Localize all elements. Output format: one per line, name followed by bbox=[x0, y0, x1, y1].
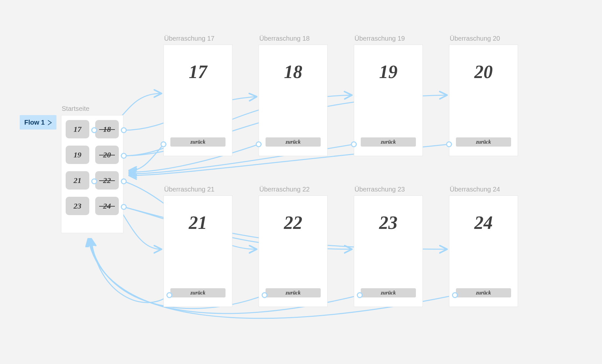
connection-node[interactable] bbox=[121, 127, 127, 133]
start-cell-18[interactable]: 18 bbox=[95, 120, 119, 138]
detail-number: 20 bbox=[449, 61, 518, 82]
connection-node[interactable] bbox=[166, 292, 172, 298]
connection-node[interactable] bbox=[91, 127, 97, 133]
back-button[interactable]: zurück bbox=[266, 137, 321, 147]
start-cell-21[interactable]: 21 bbox=[66, 171, 89, 190]
frame-label: Überraschung 24 bbox=[450, 186, 500, 193]
back-button[interactable]: zurück bbox=[456, 288, 511, 297]
detail-number: 19 bbox=[354, 61, 422, 82]
connection-node[interactable] bbox=[446, 141, 452, 147]
detail-frame-21[interactable]: 21 zurück bbox=[163, 195, 232, 307]
detail-frame-22[interactable]: 22 zurück bbox=[259, 195, 328, 307]
start-cell-19[interactable]: 19 bbox=[66, 146, 89, 164]
detail-number: 24 bbox=[449, 212, 518, 233]
frame-label: Überraschung 23 bbox=[355, 186, 405, 193]
start-cell-24[interactable]: 24 bbox=[95, 197, 119, 215]
flow-badge[interactable]: Flow 1 bbox=[20, 115, 56, 130]
detail-frame-18[interactable]: 18 zurück bbox=[259, 45, 328, 156]
detail-number: 18 bbox=[259, 61, 327, 82]
detail-number: 22 bbox=[259, 212, 327, 233]
frame-label-start: Startseite bbox=[62, 105, 89, 112]
detail-frame-19[interactable]: 19 zurück bbox=[354, 45, 423, 156]
detail-number: 21 bbox=[164, 212, 232, 233]
back-button[interactable]: zurück bbox=[266, 288, 321, 297]
back-button[interactable]: zurück bbox=[361, 288, 416, 297]
detail-number: 23 bbox=[354, 212, 422, 233]
detail-frame-24[interactable]: 24 zurück bbox=[449, 195, 518, 307]
start-cell-17[interactable]: 17 bbox=[66, 120, 89, 138]
back-button[interactable]: zurück bbox=[456, 137, 511, 147]
connection-node[interactable] bbox=[452, 292, 458, 298]
connection-node[interactable] bbox=[121, 153, 127, 159]
back-button[interactable]: zurück bbox=[170, 137, 226, 147]
frame-label: Überraschung 17 bbox=[164, 35, 214, 42]
frame-label: Überraschung 20 bbox=[450, 35, 500, 42]
start-grid: 17 18 19 20 21 22 23 24 bbox=[65, 120, 119, 215]
connection-node[interactable] bbox=[161, 141, 166, 147]
detail-frame-20[interactable]: 20 zurück bbox=[449, 45, 518, 156]
start-cell-22[interactable]: 22 bbox=[95, 171, 119, 190]
back-button[interactable]: zurück bbox=[361, 137, 416, 147]
start-cell-23[interactable]: 23 bbox=[66, 197, 89, 215]
prototype-canvas[interactable]: Flow 1 Startseite 17 18 19 20 21 22 23 2… bbox=[0, 0, 602, 364]
frame-label: Überraschung 22 bbox=[259, 186, 310, 193]
flow-badge-label: Flow 1 bbox=[24, 119, 45, 126]
frame-label: Überraschung 18 bbox=[259, 35, 310, 42]
start-cell-20[interactable]: 20 bbox=[95, 146, 119, 164]
start-frame[interactable]: 17 18 19 20 21 22 23 24 bbox=[61, 115, 123, 233]
play-icon bbox=[48, 120, 52, 125]
detail-number: 17 bbox=[164, 61, 232, 82]
connection-node[interactable] bbox=[121, 204, 127, 210]
connection-node[interactable] bbox=[262, 292, 268, 298]
frame-label: Überraschung 21 bbox=[164, 186, 214, 193]
detail-frame-23[interactable]: 23 zurück bbox=[354, 195, 423, 307]
connection-node[interactable] bbox=[91, 178, 97, 184]
connection-node[interactable] bbox=[121, 178, 127, 184]
detail-frame-17[interactable]: 17 zurück bbox=[163, 45, 232, 156]
connection-node[interactable] bbox=[351, 141, 357, 147]
frame-label: Überraschung 19 bbox=[355, 35, 405, 42]
connection-node[interactable] bbox=[357, 292, 363, 298]
back-button[interactable]: zurück bbox=[170, 288, 226, 297]
connection-node[interactable] bbox=[256, 141, 262, 147]
